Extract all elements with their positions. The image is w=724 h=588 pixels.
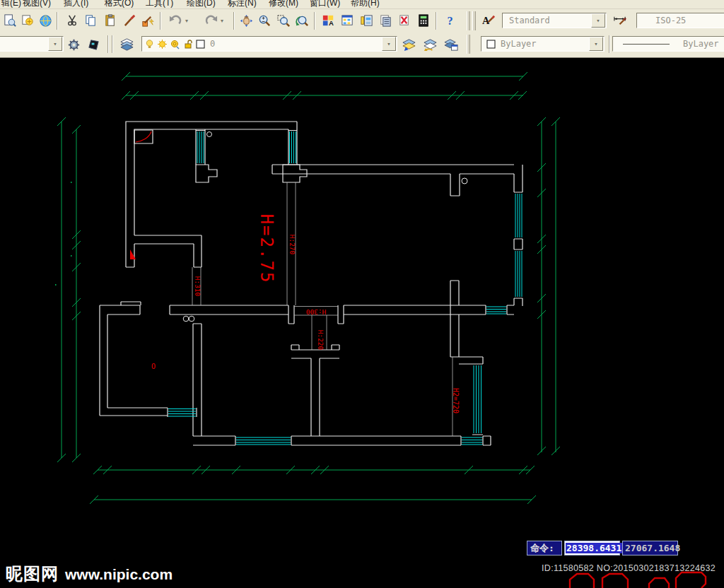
svg-text:A: A <box>329 19 334 27</box>
label-h220: H:220 <box>317 330 325 351</box>
linetype-combobox[interactable]: ByLayer <box>612 36 724 52</box>
layer-properties-button[interactable] <box>65 36 83 54</box>
cut-icon <box>65 13 80 28</box>
text-style-icon: A <box>481 13 496 28</box>
label-h310: H:310 <box>194 276 202 297</box>
layer-combobox[interactable]: 0 ▾ <box>141 36 397 52</box>
autocad-window: { "menu": { "items": [ {"label":"辑(E)"},… <box>0 0 724 588</box>
markup-button[interactable] <box>396 12 414 30</box>
layer-vp-freeze-icon[interactable] <box>170 39 180 49</box>
text-style-combobox[interactable]: Standard ▾ <box>502 13 607 28</box>
brush-icon <box>122 13 137 28</box>
text-style-button[interactable]: A <box>479 12 497 30</box>
dim-style-icon <box>612 13 627 28</box>
layers-manager-button[interactable] <box>118 36 136 54</box>
color-combobox-dropdown[interactable]: ▾ <box>589 37 603 51</box>
menu-item-tools[interactable]: 工具(T) <box>146 0 173 8</box>
redo-dropdown[interactable]: ▾ <box>221 18 228 25</box>
dim-style-button[interactable] <box>611 12 629 30</box>
redo-icon <box>204 13 218 28</box>
partial-combobox[interactable]: ▾ <box>0 36 64 52</box>
make-layer-current-icon <box>402 37 416 52</box>
zoom-realtime-button[interactable] <box>256 12 274 30</box>
layers-properties-toolbar: ▾ 0 ▾ ByLayer ▾ ByLayer <box>0 33 724 58</box>
preview-button[interactable] <box>1 12 19 30</box>
linetype-value: ByLayer <box>677 39 724 49</box>
menu-item-modify[interactable]: 修改(M) <box>269 0 298 8</box>
format-brush-button[interactable] <box>121 12 139 30</box>
color-value: ByLayer <box>496 39 588 49</box>
sheet-set-button[interactable] <box>377 12 395 30</box>
publish-button[interactable] <box>19 12 37 30</box>
menu-item-insert[interactable]: 插入(I) <box>64 0 88 8</box>
publish-icon <box>21 13 35 28</box>
help-button[interactable]: ? <box>441 12 459 30</box>
menu-item-help[interactable]: 帮助(H) <box>351 0 380 8</box>
standard-toolbar: ▾ ▾ A ? A Standard ▾ ISO-25 <box>0 9 724 33</box>
chevron-down-icon: ▾ <box>53 40 57 47</box>
watermark: 昵图网 www.nipic.com <box>6 563 173 585</box>
web-icon <box>38 13 53 28</box>
text-style-value: Standard <box>503 16 590 25</box>
match-properties-button[interactable] <box>139 12 157 30</box>
coordinate-y-box[interactable]: 27067.1648 <box>622 541 678 555</box>
menu-bar: 辑(E) 视图(V) 插入(I) 格式(O) 工具(T) 绘图(D) 标注(N)… <box>0 0 724 9</box>
menu-item-window[interactable]: 窗口(W) <box>310 0 340 8</box>
make-layer-current-button[interactable] <box>400 36 418 54</box>
layer-unlock-icon[interactable] <box>182 39 193 49</box>
dim-style-combobox[interactable]: ISO-25 <box>636 13 724 28</box>
markup-icon <box>397 13 412 28</box>
layers-icon <box>119 37 134 52</box>
designcenter-icon <box>340 13 355 28</box>
drawing-canvas[interactable]: H=2.75 H:270 H:310 H:300 H:220 H2=720 O <box>0 0 724 588</box>
layer-previous-button[interactable] <box>421 36 439 54</box>
quickcalc-button[interactable] <box>415 12 433 30</box>
layer-states-button[interactable] <box>443 36 460 54</box>
label-h300: H:300 <box>305 308 326 316</box>
layer-color-swatch[interactable] <box>195 39 206 49</box>
layer-name-value: 0 <box>206 39 381 49</box>
color-combobox[interactable]: ByLayer ▾ <box>481 36 605 52</box>
watermark-brand: 昵图网 <box>6 563 59 585</box>
menu-item-format[interactable]: 格式(O) <box>105 0 134 8</box>
menu-item-edit[interactable]: 辑(E) <box>1 0 21 8</box>
designcenter-button[interactable] <box>339 12 356 30</box>
label-h270: H:270 <box>288 235 296 255</box>
copy-button[interactable] <box>82 12 100 30</box>
properties-icon: A <box>321 13 336 28</box>
canvas-background <box>0 57 724 588</box>
menu-item-view[interactable]: 视图(V) <box>23 0 51 8</box>
layer-freeze-sun-icon[interactable] <box>157 39 168 49</box>
tool-palettes-icon <box>359 13 374 28</box>
menu-item-draw[interactable]: 绘图(D) <box>187 0 216 8</box>
undo-button[interactable] <box>167 12 185 30</box>
web-button[interactable] <box>37 12 54 30</box>
chevron-down-icon: ▾ <box>387 40 390 47</box>
properties-button[interactable]: A <box>320 12 337 30</box>
watermark-site: www.nipic.com <box>65 566 173 583</box>
cut-button[interactable] <box>64 12 81 30</box>
undo-dropdown[interactable]: ▾ <box>185 18 192 25</box>
undo-icon <box>168 13 183 28</box>
pan-hand-icon <box>239 13 254 28</box>
partial-combobox-dropdown[interactable]: ▾ <box>48 37 62 51</box>
svg-text:?: ? <box>447 15 452 28</box>
layer-combobox-dropdown[interactable]: ▾ <box>382 37 396 51</box>
command-prompt-box[interactable]: 命令: <box>527 541 562 555</box>
text-style-dropdown[interactable]: ▾ <box>591 13 605 28</box>
label-h720: H2=720 <box>452 388 460 413</box>
coordinate-x-value: 28398.6431 <box>566 543 622 553</box>
zoom-window-button[interactable] <box>275 12 293 30</box>
coordinate-y-value: 27067.1648 <box>625 543 680 553</box>
layer-tools-button[interactable] <box>85 36 103 54</box>
redo-button[interactable] <box>202 12 220 30</box>
zoom-previous-button[interactable] <box>293 12 311 30</box>
paste-button[interactable] <box>102 12 119 30</box>
layer-on-bulb-icon[interactable] <box>144 39 155 49</box>
tool-palettes-button[interactable] <box>358 12 375 30</box>
dark-area-icon <box>86 37 101 52</box>
label-o-mark: O <box>151 363 156 370</box>
coordinate-x-box[interactable]: 28398.6431 <box>564 541 620 555</box>
pan-button[interactable] <box>238 12 255 30</box>
menu-item-dimension[interactable]: 标注(N) <box>228 0 257 8</box>
